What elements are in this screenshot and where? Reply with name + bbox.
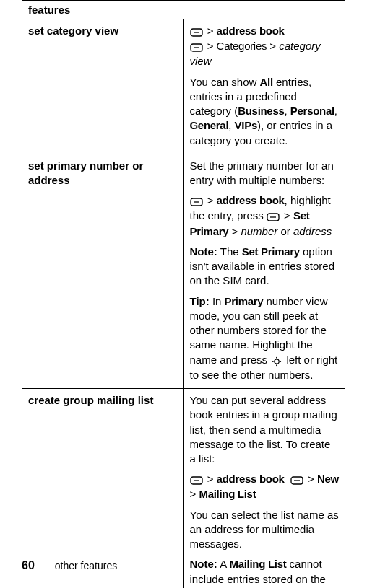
page-footer: 60other features bbox=[22, 559, 117, 572]
section-label: other features bbox=[55, 560, 117, 571]
table-row: set primary number or address Set the pr… bbox=[22, 154, 345, 388]
softkey-icon bbox=[290, 473, 303, 487]
row-title: set category view bbox=[22, 19, 184, 154]
row-content: > address book > Categories > category v… bbox=[184, 19, 345, 154]
row-content: You can put several address book entries… bbox=[184, 389, 345, 588]
features-table: features set category view > address boo… bbox=[22, 0, 345, 588]
svg-point-11 bbox=[272, 361, 274, 362]
svg-point-10 bbox=[276, 364, 277, 366]
svg-point-9 bbox=[276, 356, 277, 358]
page-number: 60 bbox=[22, 559, 35, 571]
svg-point-12 bbox=[280, 361, 281, 362]
row-title: set primary number or address bbox=[22, 154, 184, 388]
table-row: create group mailing list You can put se… bbox=[22, 389, 345, 588]
softkey-icon bbox=[190, 194, 203, 209]
softkey-icon bbox=[190, 40, 203, 54]
row-content: Set the primary number for an entry with… bbox=[184, 154, 345, 388]
svg-point-8 bbox=[275, 359, 279, 363]
softkey-icon bbox=[190, 25, 203, 39]
row-title: create group mailing list bbox=[22, 389, 184, 588]
dpad-icon bbox=[272, 354, 282, 368]
softkey-icon bbox=[190, 473, 203, 487]
softkey-icon bbox=[267, 209, 280, 224]
table-row: set category view > address book > Categ… bbox=[22, 19, 345, 154]
table-header: features bbox=[22, 1, 345, 19]
